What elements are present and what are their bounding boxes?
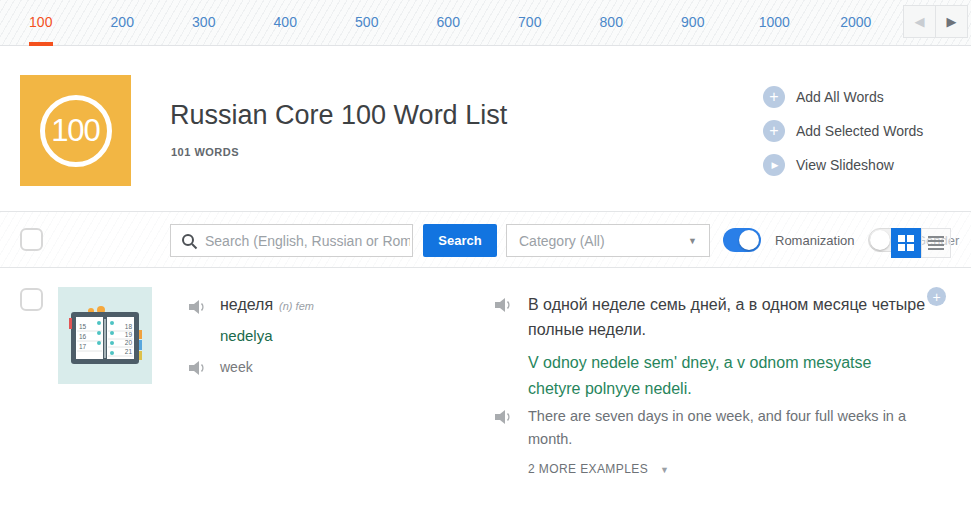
tab-400[interactable]: 400 — [245, 0, 327, 46]
add-word-button[interactable]: + — [927, 287, 946, 306]
word-count: 101 WORDS — [171, 146, 239, 158]
search-input[interactable] — [205, 225, 410, 256]
chevron-down-icon: ▼ — [660, 465, 669, 475]
svg-text:16: 16 — [79, 333, 87, 340]
speaker-icon — [188, 299, 207, 315]
list-view-icon — [928, 236, 944, 238]
tab-pager: ◀ ▶ — [903, 5, 968, 38]
level-tabs: 100 200 300 400 500 600 700 800 900 1000… — [0, 0, 897, 46]
more-examples-button[interactable]: 2 MORE EXAMPLES▼ — [528, 462, 669, 476]
grid-view-icon — [897, 234, 915, 252]
tab-300[interactable]: 300 — [163, 0, 245, 46]
badge-100-icon: 100 — [40, 95, 112, 167]
plus-circle-icon: + — [763, 86, 785, 108]
left-arrow-icon: ◀ — [915, 15, 925, 28]
speaker-icon — [494, 409, 513, 425]
select-all-checkbox[interactable] — [20, 228, 43, 251]
page-title: Russian Core 100 Word List — [170, 100, 507, 131]
word-list-page: 100 200 300 400 500 600 700 800 900 1000… — [0, 0, 971, 506]
view-slideshow-label: View Slideshow — [796, 157, 894, 173]
view-slideshow-button[interactable]: ▶ View Slideshow — [763, 154, 923, 176]
example-russian: В одной неделе семь дней, а в одном меся… — [528, 292, 932, 342]
category-value: Category (All) — [519, 225, 605, 257]
chevron-down-icon: ▼ — [688, 225, 697, 258]
word-checkbox[interactable] — [20, 288, 43, 311]
tab-600[interactable]: 600 — [408, 0, 490, 46]
play-circle-icon: ▶ — [763, 154, 785, 176]
tab-200[interactable]: 200 — [82, 0, 164, 46]
svg-text:21: 21 — [125, 348, 133, 355]
play-word-audio-button[interactable] — [188, 299, 207, 319]
romanization-toggle[interactable] — [723, 228, 761, 252]
word-headline: неделя(n) fem — [220, 296, 314, 314]
tab-500[interactable]: 500 — [326, 0, 408, 46]
right-arrow-icon: ▶ — [947, 15, 957, 28]
tab-2000[interactable]: 2000 — [815, 0, 897, 46]
add-selected-words-label: Add Selected Words — [796, 123, 923, 139]
romanization-label: Romanization — [775, 233, 855, 248]
tab-700[interactable]: 700 — [489, 0, 571, 46]
next-tabs-button[interactable]: ▶ — [935, 5, 968, 38]
plus-circle-icon: + — [763, 120, 785, 142]
prev-tabs-button[interactable]: ◀ — [903, 5, 936, 38]
svg-text:20: 20 — [125, 339, 133, 346]
speaker-icon — [494, 297, 513, 313]
svg-text:15: 15 — [79, 323, 87, 330]
level-tab-bar: 100 200 300 400 500 600 700 800 900 1000… — [0, 0, 971, 46]
speaker-icon — [188, 360, 207, 376]
example-english: There are seven days in one week, and fo… — [528, 405, 928, 451]
list-view-button[interactable] — [921, 228, 951, 258]
word-meaning: week — [220, 359, 253, 375]
tab-900[interactable]: 900 — [652, 0, 734, 46]
word-romanization: nedelya — [220, 327, 273, 344]
play-meaning-audio-button[interactable] — [188, 360, 207, 380]
search-button[interactable]: Search — [423, 224, 497, 257]
search-icon — [181, 233, 198, 250]
list-badge: 100 — [20, 75, 131, 186]
more-examples-label: 2 MORE EXAMPLES — [528, 462, 648, 476]
svg-text:17: 17 — [79, 343, 87, 350]
word-row: 15 16 17 18 19 20 21 неделя(n) fem nedel… — [0, 268, 971, 506]
search-box — [170, 224, 413, 257]
add-all-words-button[interactable]: + Add All Words — [763, 86, 923, 108]
tab-100[interactable]: 100 — [0, 0, 82, 46]
grid-view-button[interactable] — [891, 228, 921, 258]
tab-1000[interactable]: 1000 — [734, 0, 816, 46]
svg-text:18: 18 — [125, 323, 133, 330]
list-actions: + Add All Words + Add Selected Words ▶ V… — [763, 86, 923, 188]
word-image-calendar: 15 16 17 18 19 20 21 — [58, 287, 152, 384]
list-toolbar: Search Category (All) ▼ Romanization Gen… — [0, 211, 971, 268]
word-pos: (n) fem — [279, 300, 314, 312]
word-russian: неделя — [220, 296, 273, 313]
svg-text:19: 19 — [125, 331, 133, 338]
category-dropdown[interactable]: Category (All) ▼ — [506, 224, 710, 257]
play-example-audio-button[interactable] — [494, 297, 513, 317]
play-example-english-audio-button[interactable] — [494, 409, 513, 429]
add-all-words-label: Add All Words — [796, 89, 884, 105]
example-romanization: V odnoy nedele sem' dney, a v odnom mesy… — [528, 350, 900, 402]
tab-800[interactable]: 800 — [571, 0, 653, 46]
add-selected-words-button[interactable]: + Add Selected Words — [763, 120, 923, 142]
